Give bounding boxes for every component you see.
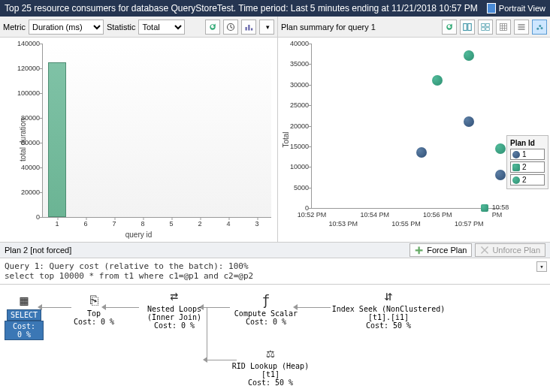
force-icon: [415, 246, 424, 255]
x-tick: 10:57 PM: [455, 220, 484, 228]
top-icon: ⎘: [71, 292, 116, 308]
portrait-label: Portrait View: [499, 4, 545, 13]
svg-rect-2: [248, 25, 249, 31]
x-tick: 7: [112, 220, 116, 228]
plan-id-legend: Plan Id 1 2 2: [506, 135, 548, 189]
scatter-point[interactable]: [481, 204, 488, 212]
bar-plot: 0200004000060000800001000001200001400001…: [42, 44, 271, 218]
y-tick: 15000: [282, 143, 309, 150]
refresh-icon[interactable]: [205, 20, 220, 35]
plan-node-index-seek[interactable]: ⇵ Index Seek (NonClustered) [t1].[i1] Co…: [325, 288, 452, 330]
svg-point-13: [541, 27, 543, 29]
plan-node-select[interactable]: ▦ SELECT Cost: 0 %: [5, 292, 44, 340]
bar-chart-area: total duration 0200004000060000800001000…: [0, 38, 277, 242]
force-plan-button[interactable]: Force Plan: [409, 243, 472, 257]
scatter-point[interactable]: [495, 170, 506, 180]
right-toolbar: Plan summary for query 1: [278, 17, 550, 38]
svg-rect-10: [500, 23, 507, 30]
svg-rect-7: [486, 23, 490, 26]
bar-x-axis-title: query id: [0, 229, 277, 242]
y-tick: 25000: [282, 101, 309, 109]
grid3-icon[interactable]: [514, 20, 529, 35]
unforce-icon: [480, 246, 489, 255]
scatter-point[interactable]: [432, 75, 443, 86]
y-tick: 5000: [282, 184, 309, 191]
x-tick: 3: [255, 220, 258, 228]
grid2-icon[interactable]: [496, 20, 511, 35]
y-tick: 20000: [8, 188, 40, 196]
query-cost-line: Query 1: Query cost (relative to the bat…: [5, 261, 545, 271]
svg-rect-8: [482, 27, 485, 30]
x-tick: 4: [226, 220, 230, 228]
nested-loops-icon: ⇄: [137, 288, 212, 303]
title-bar: Top 25 resource consumers for database Q…: [0, 0, 550, 17]
plan-node-nested-loops[interactable]: ⇄ Nested Loops (Inner Join) Cost: 0 %: [137, 288, 212, 330]
x-tick: 10:54 PM: [360, 211, 389, 219]
x-tick: 2: [198, 220, 201, 228]
plan-node-top[interactable]: ⎘ Top Cost: 0 %: [71, 292, 116, 326]
y-tick: 20000: [282, 122, 309, 130]
compare2-icon[interactable]: [478, 20, 493, 35]
rid-lookup-icon: ⚖: [225, 345, 316, 360]
svg-rect-1: [246, 27, 247, 31]
query-text-area: Query 1: Query cost (relative to the bat…: [0, 258, 550, 285]
x-tick: 5: [169, 220, 173, 228]
scatter-point[interactable]: [464, 116, 474, 127]
query-sql-line: select top 10000 * from t1 where c1=@p1 …: [5, 271, 545, 281]
statistic-select[interactable]: Total: [138, 20, 185, 35]
legend-item[interactable]: 1: [510, 149, 545, 160]
y-tick: 10000: [282, 163, 309, 170]
portrait-view-button[interactable]: Portrait View: [487, 3, 545, 14]
scatter-point[interactable]: [416, 147, 427, 158]
left-toolbar: Metric Duration (ms) Statistic Total: [0, 17, 277, 38]
svg-rect-9: [486, 27, 490, 30]
portrait-icon: [487, 3, 496, 14]
y-tick: 0: [8, 213, 40, 221]
metric-label: Metric: [3, 23, 26, 32]
time-icon[interactable]: [223, 20, 238, 35]
plan-summary-title: Plan summary for query 1: [281, 23, 376, 32]
plan-status-bar: Plan 2 [not forced] Force Plan Unforce P…: [0, 242, 550, 258]
legend-item[interactable]: 2: [510, 174, 545, 185]
legend-title: Plan Id: [510, 139, 535, 147]
metric-select[interactable]: Duration (ms): [29, 20, 104, 35]
y-tick: 40000: [8, 164, 40, 171]
svg-rect-4: [464, 23, 467, 30]
y-tick: 60000: [8, 139, 40, 146]
svg-rect-5: [468, 23, 472, 30]
x-tick: 10:53 PM: [329, 220, 358, 228]
x-tick: 8: [141, 220, 144, 228]
left-pane: Metric Duration (ms) Statistic Total tot…: [0, 17, 278, 242]
chart-type-icon[interactable]: [241, 20, 256, 35]
scatter-btn-icon[interactable]: [532, 20, 547, 35]
compare-icon[interactable]: [460, 20, 475, 35]
plan-node-compute-scalar[interactable]: ƒ Compute Scalar Cost: 0 %: [228, 292, 304, 326]
svg-rect-6: [482, 23, 485, 26]
bar[interactable]: [48, 62, 66, 217]
x-tick: 10:58 PM: [492, 204, 509, 219]
y-tick: 80000: [8, 114, 40, 122]
scatter-chart-area: Total 0500010000150002000025000300003500…: [278, 38, 550, 242]
refresh2-icon[interactable]: [442, 20, 457, 35]
index-seek-icon: ⇵: [325, 288, 452, 303]
legend-item[interactable]: 2: [510, 161, 545, 173]
select-icon: ▦: [5, 292, 44, 308]
unforce-plan-button: Unforce Plan: [475, 243, 545, 257]
x-tick: 10:52 PM: [298, 211, 327, 219]
y-tick: 35000: [282, 60, 309, 68]
scatter-point[interactable]: [464, 50, 474, 61]
scatter-point[interactable]: [495, 143, 506, 154]
execution-plan-tree: ▦ SELECT Cost: 0 % ⎘ Top Cost: 0 % ⇄ Nes…: [0, 285, 550, 392]
x-tick: 10:55 PM: [391, 220, 421, 228]
y-tick: 30000: [282, 81, 309, 89]
svg-rect-3: [251, 28, 252, 30]
expand-button[interactable]: ▾: [536, 261, 547, 272]
y-tick: 140000: [8, 40, 40, 47]
svg-point-11: [536, 27, 539, 29]
compute-scalar-icon: ƒ: [228, 292, 304, 308]
x-tick: 10:56 PM: [423, 211, 452, 219]
dropdown-icon[interactable]: [259, 20, 274, 35]
plan-node-rid-lookup[interactable]: ⚖ RID Lookup (Heap) [t1] Cost: 50 %: [225, 345, 316, 387]
x-tick: 6: [83, 220, 87, 228]
y-tick: 40000: [282, 40, 309, 47]
